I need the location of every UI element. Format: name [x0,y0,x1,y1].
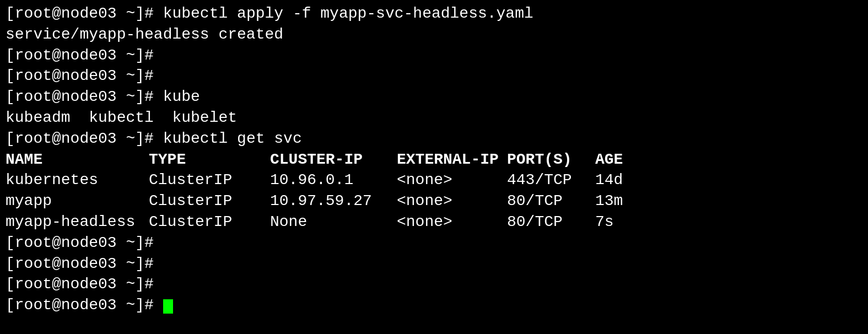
svc-row-col-6: 7s [595,212,639,233]
svc-row-col-6: 14d [595,170,639,191]
prompt: [root@node03 ~]# [6,67,163,84]
terminal-line: service/myapp-headless created [6,24,862,45]
svc-header-col-3: CLUSTER-IP [270,149,397,170]
terminal-line: [root@node03 ~]# [6,233,862,254]
svc-row-col-5: 80/TCP [507,212,595,233]
svc-row-col-2: ClusterIP [149,170,270,191]
svc-header-col-2: TYPE [149,149,270,170]
svc-row-col-1: myapp-headless [6,212,149,233]
svc-row-col-4: <none> [397,170,507,191]
svc-row-col-5: 443/TCP [507,170,595,191]
terminal-line: [root@node03 ~]# [6,66,862,87]
prompt: [root@node03 ~]# [6,47,163,64]
svc-header-col-4: EXTERNAL-IP [397,149,507,170]
svc-header-col-6: AGE [595,149,639,170]
svc-row-col-1: myapp [6,191,149,212]
terminal-line: [root@node03 ~]# [6,45,862,66]
command: kube [163,88,200,105]
svc-row-col-5: 80/TCP [507,191,595,212]
svc-row-col-6: 13m [595,191,639,212]
prompt: [root@node03 ~]# [6,276,163,293]
terminal-line: [root@node03 ~]# kube [6,87,862,107]
svc-row-col-4: <none> [397,191,507,212]
prompt: [root@node03 ~]# [6,5,163,22]
svc-row-col-2: ClusterIP [149,191,270,212]
terminal-line: [root@node03 ~]# [6,274,862,295]
svc-header-col-1: NAME [6,149,149,170]
terminal-window: [root@node03 ~]# kubectl apply -f myapp-… [6,3,862,331]
svc-row-col-1: kubernetes [6,170,149,191]
terminal-line: [root@node03 ~]# kubectl get svc [6,128,862,149]
command: kubectl get svc [163,130,302,147]
command: kubectl apply -f myapp-svc-headless.yaml [163,5,533,22]
terminal-line: [root@node03 ~]# kubectl apply -f myapp-… [6,3,862,24]
terminal-line: kubeadm kubectl kubelet [6,107,862,128]
prompt: [root@node03 ~]# [6,130,163,147]
cursor [163,299,173,314]
svc-row-col-4: <none> [397,212,507,233]
terminal-line: NAMETYPECLUSTER-IPEXTERNAL-IPPORT(S)AGE [6,149,862,170]
terminal-line: [root@node03 ~]# [6,295,862,316]
svc-row-col-3: 10.96.0.1 [270,170,397,191]
prompt: [root@node03 ~]# [6,234,163,251]
svc-row-col-2: ClusterIP [149,212,270,233]
svc-row-col-3: None [270,212,397,233]
svc-row-col-3: 10.97.59.27 [270,191,397,212]
svc-header-col-5: PORT(S) [507,149,595,170]
terminal-line: myapp-headlessClusterIPNone<none>80/TCP7… [6,212,862,233]
prompt: [root@node03 ~]# [6,255,163,272]
prompt: [root@node03 ~]# [6,297,163,314]
terminal-line: [root@node03 ~]# [6,254,862,274]
terminal-line: kubernetesClusterIP10.96.0.1<none>443/TC… [6,170,862,191]
prompt: [root@node03 ~]# [6,88,163,105]
terminal-line: myappClusterIP10.97.59.27<none>80/TCP13m [6,191,862,212]
